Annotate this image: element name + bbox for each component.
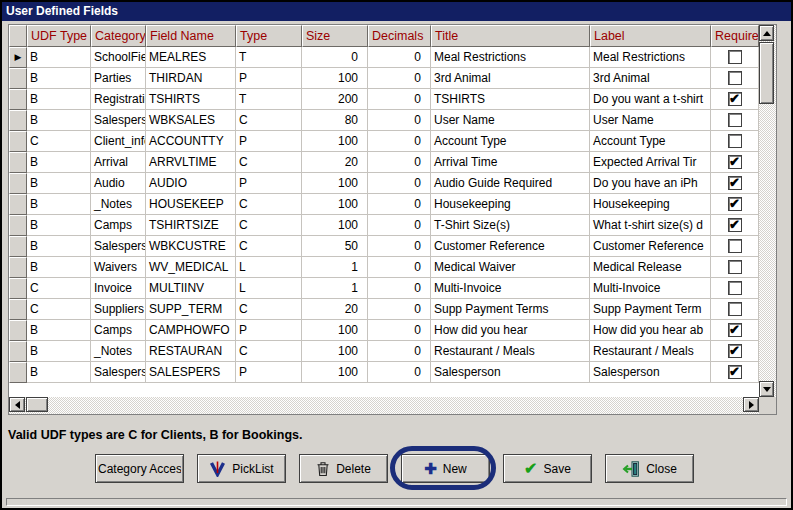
cell-size[interactable]: 100: [302, 131, 368, 152]
cell-size[interactable]: 20: [302, 152, 368, 173]
cell-udf-type[interactable]: C: [27, 131, 91, 152]
cell-title[interactable]: 3rd Animal: [431, 68, 590, 89]
row-selector[interactable]: [9, 68, 27, 89]
cell-decimals[interactable]: 0: [368, 152, 431, 173]
cell-title[interactable]: How did you hear: [431, 320, 590, 341]
cell-label[interactable]: Customer Reference: [590, 236, 711, 257]
cell-field-name[interactable]: WBKCUSTRE: [146, 236, 236, 257]
delete-button[interactable]: Delete: [299, 454, 388, 483]
cell-field-name[interactable]: ACCOUNTTY: [146, 131, 236, 152]
cell-required[interactable]: ✔: [711, 152, 759, 173]
column-header-required[interactable]: Required: [711, 25, 759, 47]
cell-title[interactable]: User Name: [431, 110, 590, 131]
cell-type[interactable]: P: [236, 362, 302, 383]
cell-decimals[interactable]: 0: [368, 89, 431, 110]
cell-decimals[interactable]: 0: [368, 215, 431, 236]
row-selector[interactable]: [9, 89, 27, 110]
cell-field-name[interactable]: TSHIRTS: [146, 89, 236, 110]
cell-category[interactable]: Camps: [91, 320, 146, 341]
row-selector[interactable]: [9, 320, 27, 341]
cell-title[interactable]: TSHIRTS: [431, 89, 590, 110]
cell-field-name[interactable]: SUPP_TERM: [146, 299, 236, 320]
cell-decimals[interactable]: 0: [368, 236, 431, 257]
cell-decimals[interactable]: 0: [368, 110, 431, 131]
cell-title[interactable]: T-Shirt Size(s): [431, 215, 590, 236]
cell-label[interactable]: Do you have an iPh: [590, 173, 711, 194]
cell-type[interactable]: C: [236, 215, 302, 236]
row-selector[interactable]: [9, 194, 27, 215]
cell-required[interactable]: ✔: [711, 215, 759, 236]
cell-required[interactable]: ✔: [711, 341, 759, 362]
table-row[interactable]: CClient_infoACCOUNTTYP1000Account TypeAc…: [9, 131, 776, 152]
cell-title[interactable]: Audio Guide Required: [431, 173, 590, 194]
row-selector[interactable]: [9, 152, 27, 173]
cell-udf-type[interactable]: B: [27, 194, 91, 215]
cell-decimals[interactable]: 0: [368, 194, 431, 215]
cell-type[interactable]: P: [236, 320, 302, 341]
cell-decimals[interactable]: 0: [368, 320, 431, 341]
vertical-scrollbar[interactable]: [759, 25, 776, 397]
cell-udf-type[interactable]: B: [27, 215, 91, 236]
cell-type[interactable]: C: [236, 236, 302, 257]
cell-size[interactable]: 100: [302, 320, 368, 341]
cell-label[interactable]: How did you hear ab: [590, 320, 711, 341]
cell-field-name[interactable]: HOUSEKEEP: [146, 194, 236, 215]
table-row[interactable]: BCampsCAMPHOWFOP1000How did you hearHow …: [9, 320, 776, 341]
table-row[interactable]: BCampsTSHIRTSIZEC1000T-Shirt Size(s)What…: [9, 215, 776, 236]
required-checkbox[interactable]: [728, 134, 742, 148]
cell-field-name[interactable]: WBKSALES: [146, 110, 236, 131]
cell-decimals[interactable]: 0: [368, 278, 431, 299]
scroll-down-button[interactable]: [759, 381, 774, 397]
cell-category[interactable]: Arrival: [91, 152, 146, 173]
cell-udf-type[interactable]: B: [27, 68, 91, 89]
table-row[interactable]: BSalespersWBKCUSTREC500Customer Referenc…: [9, 236, 776, 257]
cell-size[interactable]: 1: [302, 278, 368, 299]
cell-field-name[interactable]: ARRVLTIME: [146, 152, 236, 173]
cell-title[interactable]: Meal Restrictions: [431, 47, 590, 68]
cell-required[interactable]: ✔: [711, 320, 759, 341]
cell-type[interactable]: P: [236, 131, 302, 152]
cell-size[interactable]: 100: [302, 68, 368, 89]
cell-field-name[interactable]: WV_MEDICAL: [146, 257, 236, 278]
cell-field-name[interactable]: AUDIO: [146, 173, 236, 194]
scroll-up-button[interactable]: [759, 25, 774, 41]
cell-title[interactable]: Multi-Invoice: [431, 278, 590, 299]
close-button[interactable]: Close: [605, 454, 694, 483]
new-button[interactable]: ✚ New: [401, 454, 490, 483]
cell-label[interactable]: Restaurant / Meals: [590, 341, 711, 362]
column-header-field-name[interactable]: Field Name: [146, 25, 236, 47]
required-checkbox[interactable]: [728, 281, 742, 295]
table-row[interactable]: CInvoiceMULTIINVL10Multi-InvoiceMulti-In…: [9, 278, 776, 299]
required-checkbox[interactable]: [728, 260, 742, 274]
cell-udf-type[interactable]: B: [27, 320, 91, 341]
table-row[interactable]: BSalespersWBKSALESC800User NameUser Name: [9, 110, 776, 131]
cell-udf-type[interactable]: B: [27, 152, 91, 173]
cell-udf-type[interactable]: C: [27, 278, 91, 299]
cell-category[interactable]: SchoolFie: [91, 47, 146, 68]
cell-udf-type[interactable]: B: [27, 236, 91, 257]
row-selector[interactable]: [9, 278, 27, 299]
cell-title[interactable]: Salesperson: [431, 362, 590, 383]
table-row[interactable]: ▶BSchoolFieMEALREST00Meal RestrictionsMe…: [9, 47, 776, 68]
table-row[interactable]: B_NotesHOUSEKEEPC1000HousekeepingHouseke…: [9, 194, 776, 215]
column-header-type[interactable]: Type: [236, 25, 302, 47]
cell-udf-type[interactable]: B: [27, 341, 91, 362]
cell-category[interactable]: Registratic: [91, 89, 146, 110]
cell-required[interactable]: [711, 68, 759, 89]
cell-type[interactable]: P: [236, 173, 302, 194]
required-checkbox[interactable]: ✔: [728, 197, 742, 211]
cell-decimals[interactable]: 0: [368, 47, 431, 68]
cell-decimals[interactable]: 0: [368, 299, 431, 320]
cell-label[interactable]: Supp Payment Term: [590, 299, 711, 320]
cell-category[interactable]: Client_info: [91, 131, 146, 152]
cell-required[interactable]: [711, 47, 759, 68]
table-row[interactable]: BAudioAUDIOP1000Audio Guide RequiredDo y…: [9, 173, 776, 194]
cell-category[interactable]: Invoice: [91, 278, 146, 299]
cell-field-name[interactable]: MULTIINV: [146, 278, 236, 299]
cell-category[interactable]: Waivers: [91, 257, 146, 278]
row-selector[interactable]: [9, 236, 27, 257]
column-header-label[interactable]: Label: [590, 25, 711, 47]
row-selector[interactable]: [9, 299, 27, 320]
cell-label[interactable]: Salesperson: [590, 362, 711, 383]
cell-label[interactable]: Multi-Invoice: [590, 278, 711, 299]
